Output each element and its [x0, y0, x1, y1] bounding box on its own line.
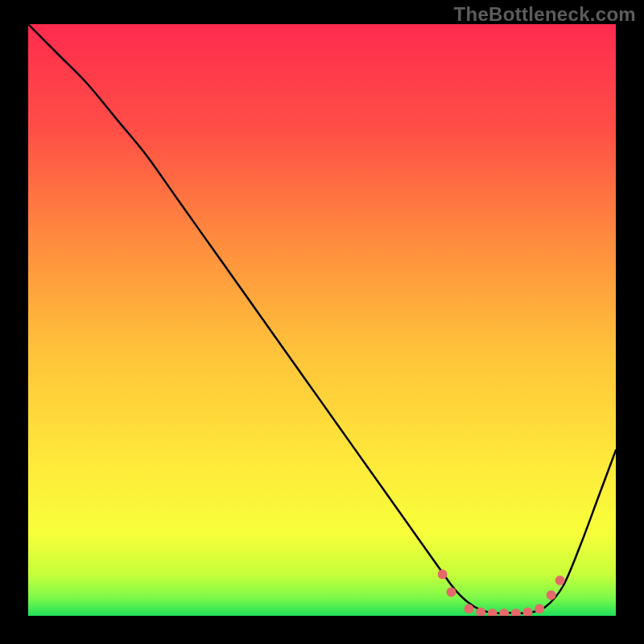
- optimal-marker: [438, 570, 448, 580]
- optimal-marker: [555, 576, 565, 585]
- plot-area: [28, 24, 616, 616]
- watermark-text: TheBottleneck.com: [454, 3, 636, 26]
- optimal-marker: [447, 588, 456, 597]
- gradient-background: [28, 24, 616, 616]
- optimal-marker: [535, 604, 544, 613]
- optimal-marker: [547, 590, 556, 600]
- bottleneck-chart-svg: [28, 24, 616, 616]
- chart-frame: TheBottleneck.com: [0, 0, 644, 644]
- optimal-marker: [464, 604, 474, 613]
